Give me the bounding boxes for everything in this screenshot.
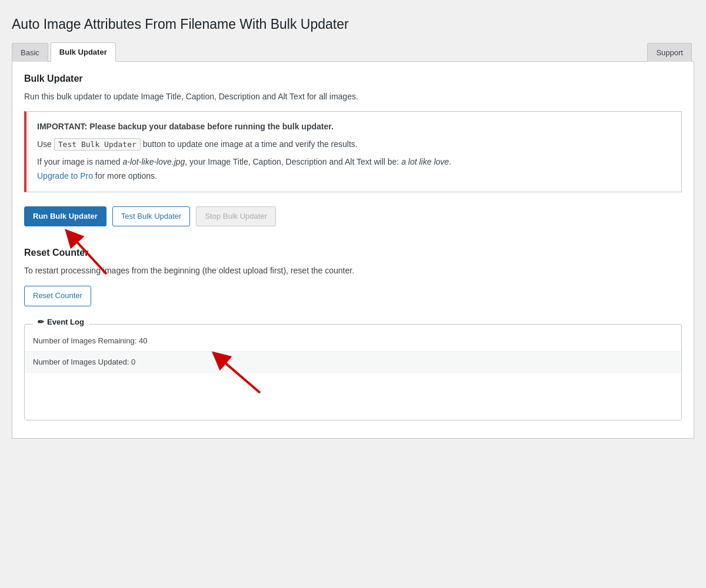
event-log-legend: ✏ Event Log	[33, 318, 89, 326]
content-area: Bulk Updater Run this bulk updater to up…	[12, 62, 694, 439]
test-bulk-updater-code: Test Bulk Updater	[54, 138, 141, 151]
notice-box: IMPORTANT: Please backup your database b…	[24, 111, 682, 192]
notice-line2: Use Test Bulk Updater button to update o…	[37, 138, 671, 152]
reset-counter-title: Reset Counter	[24, 248, 682, 258]
stop-bulk-updater-button: Stop Bulk Updater	[196, 206, 276, 227]
notice-line3: If your image is named a-lot-like-love.j…	[37, 155, 671, 183]
page-wrapper: Auto Image Attributes From Filename With…	[12, 12, 694, 439]
log-row-remaining: Number of Images Remaining: 40	[25, 330, 681, 352]
log-row-updated: Number of Images Updated: 0	[25, 352, 681, 373]
bulk-updater-btn-group: Run Bulk Updater Test Bulk Updater Stop …	[24, 206, 682, 227]
tabs-left: Basic Bulk Updater	[12, 42, 118, 61]
reset-counter-section: Reset Counter To restart processing imag…	[24, 248, 682, 306]
event-log-inner: Number of Images Remaining: 40 Number of…	[25, 330, 681, 420]
event-log-label: Event Log	[47, 318, 84, 326]
tab-bulk-updater[interactable]: Bulk Updater	[51, 42, 116, 62]
tab-basic[interactable]: Basic	[12, 43, 48, 62]
test-bulk-updater-button[interactable]: Test Bulk Updater	[112, 206, 191, 227]
event-log-wrapper: ✏ Event Log Number of Images Remaining: …	[24, 324, 682, 420]
bulk-updater-desc: Run this bulk updater to update Image Ti…	[24, 90, 682, 103]
page-title: Auto Image Attributes From Filename With…	[12, 12, 694, 32]
log-spacer	[25, 373, 681, 420]
reset-counter-desc: To restart processing images from the be…	[24, 264, 682, 277]
bulk-updater-title: Bulk Updater	[24, 74, 682, 84]
tabs-right: Support	[647, 42, 694, 61]
pencil-icon: ✏	[38, 318, 44, 326]
tabs-nav: Basic Bulk Updater Support	[12, 42, 694, 62]
tab-support[interactable]: Support	[647, 43, 692, 62]
upgrade-to-pro-link[interactable]: Upgrade to Pro	[37, 171, 93, 181]
run-bulk-updater-button[interactable]: Run Bulk Updater	[24, 206, 106, 227]
notice-important: IMPORTANT: Please backup your database b…	[37, 122, 334, 131]
reset-counter-button[interactable]: Reset Counter	[24, 286, 91, 306]
